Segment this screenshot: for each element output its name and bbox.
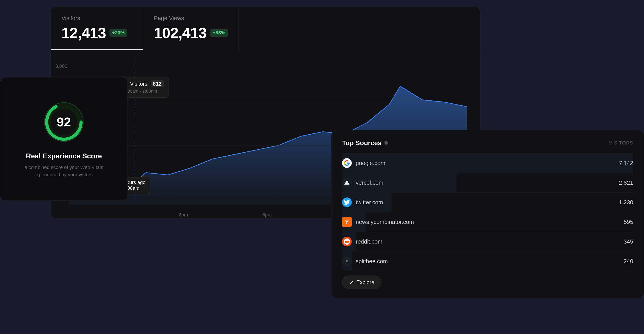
explore-button[interactable]: ⤢ Explore bbox=[342, 276, 382, 289]
source-name: reddit.com bbox=[356, 238, 382, 245]
source-row[interactable]: vercel.com 2,821 bbox=[342, 173, 633, 193]
score-number: 92 bbox=[42, 100, 86, 144]
sources-status-dot bbox=[384, 141, 388, 145]
source-value: 2,821 bbox=[619, 179, 633, 186]
metrics-header: Visitors 12,413 +20% Page Views 102,413 … bbox=[51, 7, 480, 50]
pageviews-tab[interactable]: Page Views 102,413 +53% bbox=[144, 7, 239, 50]
source-row[interactable]: twitter.com 1,230 bbox=[342, 193, 633, 212]
score-circle: 92 bbox=[42, 100, 86, 144]
pageviews-value: 102,413 bbox=[154, 24, 206, 42]
visitors-badge: +20% bbox=[110, 29, 127, 37]
source-value: 345 bbox=[624, 238, 633, 245]
pageviews-badge: +53% bbox=[210, 29, 228, 37]
source-row[interactable]: reddit.com 345 bbox=[342, 232, 633, 251]
explore-icon: ⤢ bbox=[349, 279, 354, 285]
sources-list: google.com 7,142 vercel.com 2,821 twitte… bbox=[342, 153, 633, 271]
top-sources-card: Top Sources VISITORS google.com 7,142 ve… bbox=[331, 130, 644, 298]
x-label-2pm: 2pm bbox=[178, 212, 188, 218]
source-value: 240 bbox=[624, 258, 633, 265]
explore-label: Explore bbox=[356, 279, 374, 285]
source-row[interactable]: ✦ splitbee.com 240 bbox=[342, 251, 633, 271]
sources-col-label: VISITORS bbox=[609, 140, 633, 146]
score-card: 92 Real Experience Score a combined scor… bbox=[0, 77, 128, 201]
tooltip-value: 812 bbox=[151, 80, 164, 87]
tooltip-time: 6:00am - 7:00am bbox=[124, 89, 164, 94]
sources-title: Top Sources bbox=[342, 139, 382, 147]
visitors-value: 12,413 bbox=[62, 24, 106, 42]
source-value: 1,230 bbox=[619, 199, 633, 206]
source-name: splitbee.com bbox=[356, 258, 388, 265]
pageviews-label: Page Views bbox=[154, 15, 228, 22]
sources-header: Top Sources VISITORS bbox=[342, 139, 633, 147]
score-desc: a combined score of your Web Vitals expe… bbox=[11, 164, 116, 178]
source-row[interactable]: google.com 7,142 bbox=[342, 153, 633, 173]
source-value: 595 bbox=[624, 219, 633, 225]
visitors-label: Visitors bbox=[62, 15, 132, 22]
visitors-tab[interactable]: Visitors 12,413 +20% bbox=[51, 7, 144, 50]
sources-title-row: Top Sources bbox=[342, 139, 388, 147]
source-row[interactable]: Y news.ycombinator.com 595 bbox=[342, 212, 633, 232]
y-label-3000: 3.000 bbox=[55, 63, 68, 69]
score-title: Real Experience Score bbox=[26, 152, 102, 160]
x-label-6pm: 6pm bbox=[262, 212, 272, 218]
tooltip-label: Visitors bbox=[130, 81, 147, 87]
